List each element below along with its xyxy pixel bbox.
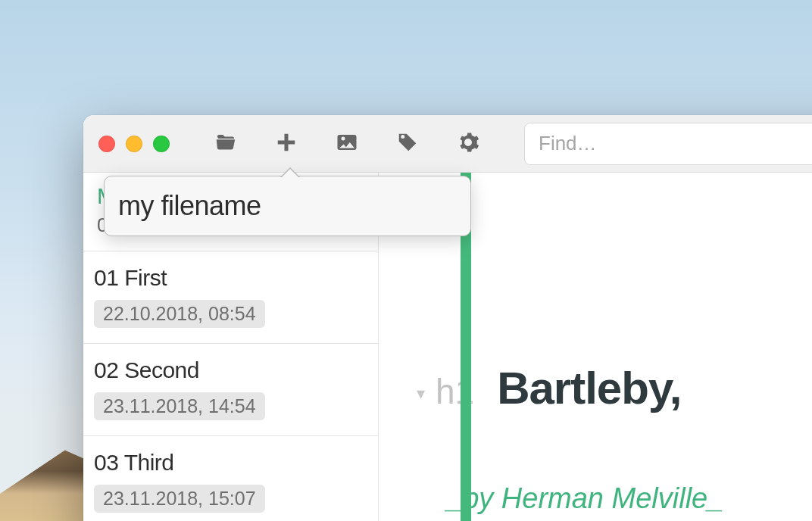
sidebar-item-date: 23.11.2018, 15:07 xyxy=(94,485,265,513)
chevron-down-icon[interactable]: ▾ xyxy=(417,384,425,404)
sidebar-item-date: 22.10.2018, 08:54 xyxy=(94,300,265,328)
titlebar: × xyxy=(83,115,812,173)
plus-icon xyxy=(275,131,298,157)
tag-icon xyxy=(396,131,419,157)
settings-button[interactable] xyxy=(441,125,495,163)
search-field[interactable]: × xyxy=(524,123,812,165)
byline-text[interactable]: _by Herman Melville_ xyxy=(447,482,812,515)
new-file-button[interactable] xyxy=(259,125,314,163)
filename-input[interactable] xyxy=(105,176,470,236)
gear-icon xyxy=(457,131,479,157)
image-icon xyxy=(336,131,358,157)
tags-button[interactable] xyxy=(380,125,435,163)
new-file-popover xyxy=(104,176,471,236)
zoom-window-button[interactable] xyxy=(153,136,170,152)
search-input[interactable] xyxy=(539,132,812,155)
sidebar-item-title: 01 First xyxy=(94,265,367,291)
sidebar-item[interactable]: 02 Second 23.11.2018, 14:54 xyxy=(83,344,378,436)
insert-image-button[interactable] xyxy=(320,125,374,163)
heading-text[interactable]: Bartleby, xyxy=(497,362,681,414)
sidebar-item[interactable]: 03 Third 23.11.2018, 15:07 xyxy=(83,436,378,521)
close-window-button[interactable] xyxy=(98,136,115,152)
folder-open-icon xyxy=(214,131,237,157)
sidebar-item-title: 02 Second xyxy=(94,357,367,383)
sidebar-item-date: 23.11.2018, 14:54 xyxy=(94,392,265,420)
heading-line: ▾ h1 Bartleby, xyxy=(417,362,812,414)
window-controls xyxy=(98,136,170,152)
open-folder-button[interactable] xyxy=(198,125,253,163)
minimize-window-button[interactable] xyxy=(126,136,142,152)
sidebar-item-title: 03 Third xyxy=(94,450,367,476)
sidebar-item[interactable]: 01 First 22.10.2018, 08:54 xyxy=(83,251,378,344)
